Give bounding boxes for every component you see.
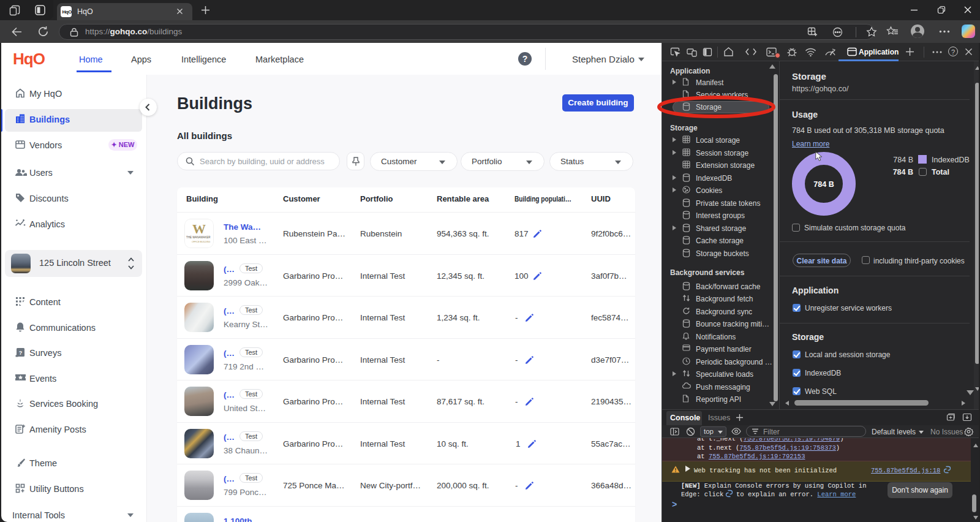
svg-text:?: ?	[19, 350, 23, 356]
